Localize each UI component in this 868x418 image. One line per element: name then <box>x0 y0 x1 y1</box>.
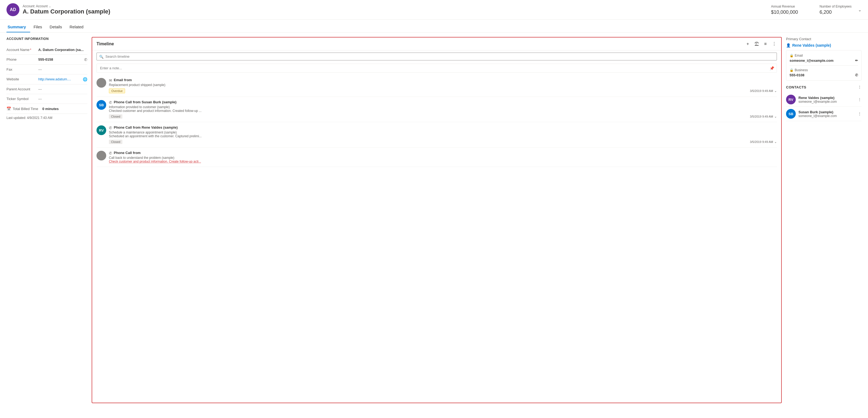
item-content: ✉ Email from Replacement product shipped… <box>109 78 777 93</box>
business-value: 555-0108 <box>789 73 804 77</box>
item-title[interactable]: Phone Call from Susan Burk (sample) <box>114 100 177 104</box>
tabs: Summary Files Details Related <box>0 22 868 33</box>
item-avatar <box>96 78 106 88</box>
header-info: Account: Account ⌄ A. Datum Corporation … <box>23 4 771 15</box>
tab-files[interactable]: Files <box>32 22 46 32</box>
contacts-more-icon[interactable]: ⋮ <box>858 85 862 89</box>
account-type-label[interactable]: Account: Account ⌄ <box>23 4 771 8</box>
contact-info-card: 🔒 Email someone_i@example.com ✏ 🔒 Busine… <box>786 50 862 81</box>
account-name-field: Account Name * A. Datum Corporation (sa.… <box>6 45 87 55</box>
globe-icon: 🌐 <box>83 77 87 82</box>
employees-label: Number of Employees <box>819 5 851 8</box>
contact-item: SB Susan Burk (sample) someone_l@example… <box>786 107 862 121</box>
header-stats: Annual Revenue $10,000,000 Number of Emp… <box>771 5 851 15</box>
timeline-search-input[interactable] <box>96 53 777 60</box>
account-name-label: Account Name * <box>6 48 36 52</box>
phone-field: Phone 555-0158 ✆ <box>6 55 87 65</box>
chevron-down-icon: ⌄ <box>49 5 51 8</box>
right-panel: Primary Contact 👤 Rene Valdes (sample) 🔒… <box>786 37 862 403</box>
phone-value: 555-0158 <box>38 57 82 61</box>
phone-icon: ✆ <box>109 126 112 130</box>
contact-link-icon: 👤 <box>786 43 790 48</box>
primary-contact-link[interactable]: 👤 Rene Valdes (sample) <box>786 43 862 48</box>
item-footer: Closed 3/5/2019 9:49 AM ⌄ <box>109 114 777 119</box>
phone-icon[interactable]: ✆ <box>84 57 87 62</box>
tab-details[interactable]: Details <box>49 22 66 32</box>
contacts-section: CONTACTS ⋮ RV Rene Valdes (sample) someo… <box>786 85 862 121</box>
fax-label: Fax <box>6 67 36 71</box>
item-title[interactable]: Phone Call from Rene Valdes (sample) <box>114 125 178 129</box>
employees-value: 6,200 <box>819 9 851 15</box>
timeline-item: ✆ Phone Call from Call back to understan… <box>96 148 777 167</box>
phone-call-icon[interactable]: ✆ <box>855 73 858 77</box>
fax-value: --- <box>38 67 87 71</box>
annual-revenue-group: Annual Revenue $10,000,000 <box>771 5 798 15</box>
annual-revenue-value: $10,000,000 <box>771 9 798 15</box>
website-value[interactable]: http://www.adatum.... <box>38 77 81 81</box>
ticker-value: --- <box>38 97 87 101</box>
header: AD Account: Account ⌄ A. Datum Corporati… <box>0 0 868 20</box>
item-badge-closed: Closed <box>109 140 122 144</box>
contact-avatar: SB <box>786 109 796 119</box>
tab-related[interactable]: Related <box>68 22 88 32</box>
add-timeline-button[interactable]: + <box>746 41 749 47</box>
item-badge-closed: Closed <box>109 114 122 119</box>
item-avatar: RV <box>96 125 106 135</box>
timeline-title: Timeline <box>96 41 746 47</box>
note-input[interactable] <box>96 64 777 72</box>
item-timestamp: 3/5/2019 9:49 AM ⌄ <box>750 89 777 93</box>
parent-account-value: --- <box>38 87 87 91</box>
more-timeline-button[interactable]: ⋮ <box>772 41 777 47</box>
parent-account-field: Parent Account --- <box>6 84 87 94</box>
contact-name[interactable]: Rene Valdes (sample) <box>799 96 855 100</box>
contact-details: Rene Valdes (sample) someone_i@example.c… <box>799 96 855 103</box>
fax-field: Fax --- <box>6 65 87 74</box>
phone-icon: ✆ <box>109 100 112 104</box>
sort-timeline-button[interactable]: ≡ <box>764 41 767 47</box>
billed-time-value: 0 minutes <box>42 107 59 111</box>
contact-item-more-icon[interactable]: ⋮ <box>858 97 862 102</box>
contact-item-more-icon[interactable]: ⋮ <box>858 112 862 116</box>
timeline-panel: Timeline + ⛱ ≡ ⋮ 🔍 📌 ✉ Em <box>92 37 782 403</box>
expand-icon[interactable]: ⌄ <box>774 140 777 144</box>
contact-email: someone_i@example.com <box>799 100 855 103</box>
timeline-item: SB ✆ Phone Call from Susan Burk (sample)… <box>96 97 777 122</box>
website-field: Website http://www.adatum.... 🌐 <box>6 74 87 84</box>
attachment-icon[interactable]: 📌 <box>770 66 774 70</box>
business-value-row: 555-0108 ✆ <box>789 73 858 77</box>
employees-group: Number of Employees 6,200 <box>819 5 851 15</box>
account-title: A. Datum Corporation (sample) <box>23 8 771 15</box>
item-timestamp: 3/5/2019 9:49 AM ⌄ <box>750 140 777 144</box>
item-title[interactable]: Email from <box>114 78 132 82</box>
expand-icon[interactable]: ⌄ <box>774 89 777 93</box>
contacts-header: CONTACTS ⋮ <box>786 85 862 89</box>
item-desc: Call back to understand the problem (sam… <box>109 156 777 160</box>
ticker-symbol-field: Ticker Symbol --- <box>6 94 87 104</box>
tab-summary[interactable]: Summary <box>6 22 30 32</box>
filter-timeline-button[interactable]: ⛱ <box>754 41 760 47</box>
phone-icon: ✆ <box>109 151 112 155</box>
contact-email: someone_l@example.com <box>799 114 855 118</box>
contact-details: Susan Burk (sample) someone_l@example.co… <box>799 110 855 118</box>
contacts-title: CONTACTS <box>786 85 806 89</box>
item-timestamp: 3/5/2019 9:49 AM ⌄ <box>750 115 777 118</box>
billed-time-row: 📅 Total Billed Time 0 minutes <box>6 104 87 114</box>
search-icon: 🔍 <box>99 55 103 59</box>
item-desc2: Scheduled an appointment with the custom… <box>109 134 217 138</box>
expand-icon[interactable]: ⌄ <box>774 115 777 118</box>
account-name-value[interactable]: A. Datum Corporation (sa... <box>38 48 87 52</box>
contact-name[interactable]: Susan Burk (sample) <box>799 110 855 114</box>
collapse-icon[interactable]: ⌄ <box>858 7 862 12</box>
ticker-label: Ticker Symbol <box>6 97 36 101</box>
email-label: 🔒 Email <box>789 54 858 57</box>
lock-icon: 🔒 <box>789 54 794 57</box>
item-header-row: ✉ Email from <box>109 78 777 83</box>
email-edit-icon[interactable]: ✏ <box>855 59 858 63</box>
email-value[interactable]: someone_i@example.com <box>789 59 834 63</box>
item-desc: Schedule a maintenance appointment (samp… <box>109 130 777 134</box>
item-header-row: ✆ Phone Call from <box>109 151 777 155</box>
website-label: Website <box>6 77 36 81</box>
contact-avatar: RV <box>786 95 796 104</box>
item-title[interactable]: Phone Call from <box>114 151 141 155</box>
avatar: AD <box>6 3 20 16</box>
